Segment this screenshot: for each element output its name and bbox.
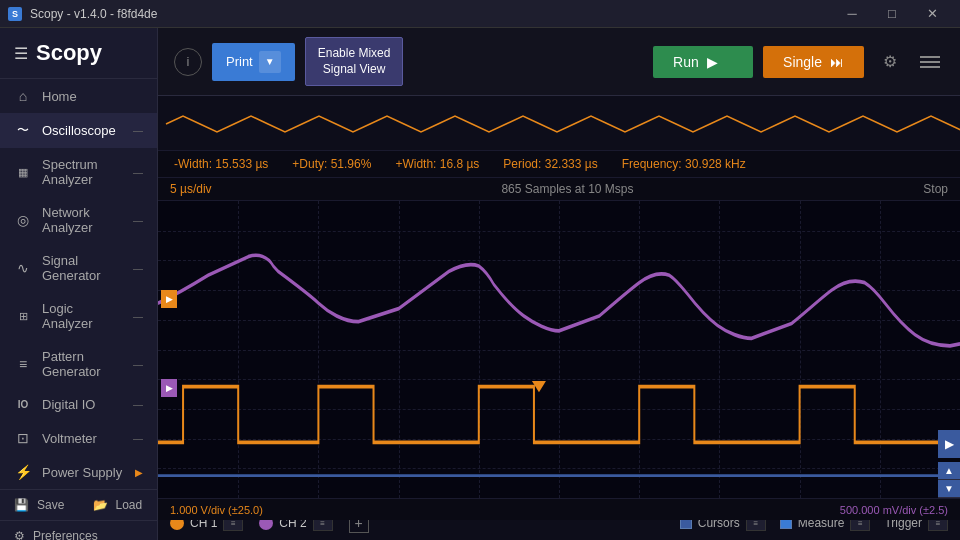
load-button[interactable]: 📂 Load: [79, 490, 158, 520]
network-icon: ◎: [14, 212, 32, 228]
sidebar-item-network[interactable]: ◎ Network Analyzer —: [0, 196, 157, 244]
logo-text: Scopy: [36, 40, 102, 66]
sidebar-item-logic[interactable]: ⊞ Logic Analyzer —: [0, 292, 157, 340]
sidebar-logo: ☰ Scopy: [0, 28, 157, 79]
main-area: i Print ▼ Enable MixedSignal View Run ▶ …: [158, 28, 960, 540]
digital-io-icon: IO: [14, 399, 32, 410]
info-icon: i: [187, 54, 190, 69]
single-label: Single: [783, 54, 822, 70]
measurements-bar: -Width: 15.533 µs +Duty: 51.96% +Width: …: [158, 151, 960, 178]
sidebar-item-home[interactable]: ⌂ Home: [0, 79, 157, 113]
oscilloscope-icon: 〜: [14, 122, 32, 139]
overview-signal-svg: [158, 96, 960, 150]
voltmeter-icon: ⊡: [14, 430, 32, 446]
sidebar-bottom: 💾 Save 📂 Load ⚙ Preferences About AD: [0, 489, 157, 540]
settings-button[interactable]: ⚙: [874, 46, 906, 78]
ch1-signal: [158, 387, 960, 443]
ch2-nav-button[interactable]: ▶: [161, 379, 177, 397]
signal-display: 5 µs/div 865 Samples at 10 Msps Stop: [158, 178, 960, 505]
close-button[interactable]: ✕: [912, 0, 952, 28]
print-dropdown-icon: ▼: [259, 51, 281, 73]
maximize-button[interactable]: □: [872, 0, 912, 28]
sidebar-extra-network: —: [133, 215, 143, 226]
run-label: Run: [673, 54, 699, 70]
neg-width-item: -Width: 15.533 µs: [174, 157, 268, 171]
expand-button[interactable]: ▶: [938, 430, 960, 458]
pos-duty-value: 51.96%: [331, 157, 372, 171]
minimize-button[interactable]: ─: [832, 0, 872, 28]
pos-duty-label: +Duty:: [292, 157, 327, 171]
app-icon: S: [8, 7, 22, 21]
ch2-nav: ▶: [158, 379, 180, 397]
ch1-scale: 1.000 V/div (±25.0): [170, 504, 263, 516]
scale-bar: 1.000 V/div (±25.0) 500.000 mV/div (±2.5…: [158, 498, 960, 520]
single-icon: ⏭: [830, 54, 844, 70]
ch2-signal: [158, 255, 960, 346]
print-button[interactable]: Print ▼: [212, 43, 295, 81]
neg-width-value: 15.533 µs: [215, 157, 268, 171]
stop-label: Stop: [923, 182, 948, 196]
ch2-scale: 500.000 mV/div (±2.5): [840, 504, 948, 516]
sidebar-label-pattern: Pattern Generator: [42, 349, 123, 379]
toolbar: i Print ▼ Enable MixedSignal View Run ▶ …: [158, 28, 960, 96]
sidebar-item-oscilloscope[interactable]: 〜 Oscilloscope —: [0, 113, 157, 148]
save-button[interactable]: 💾 Save: [0, 490, 79, 520]
frequency-value: 30.928 kHz: [685, 157, 746, 171]
save-label: Save: [37, 498, 64, 512]
sidebar-label-home: Home: [42, 89, 143, 104]
sidebar-item-power-supply[interactable]: ⚡ Power Supply ▶: [0, 455, 157, 489]
ch1-nav: ▶: [158, 290, 180, 308]
period-label: Period:: [503, 157, 541, 171]
titlebar-left: S Scopy - v1.4.0 - f8fd4de: [8, 7, 157, 21]
signal-header: 5 µs/div 865 Samples at 10 Msps Stop: [158, 178, 960, 201]
run-icon: ▶: [707, 54, 718, 70]
info-button[interactable]: i: [174, 48, 202, 76]
oscilloscope-area: ▶ ▶ ▲ ▼ ▶: [158, 201, 960, 498]
expand-icon: ▶: [945, 437, 954, 451]
sidebar: ☰ Scopy ⌂ Home 〜 Oscilloscope — ▦ Spectr…: [0, 28, 158, 540]
frequency-item: Frequency: 30.928 kHz: [622, 157, 746, 171]
logic-icon: ⊞: [14, 310, 32, 323]
pos-duty-item: +Duty: 51.96%: [292, 157, 371, 171]
signal-overview: [158, 96, 960, 151]
menu-line-1: [920, 56, 940, 58]
sidebar-item-digital-io[interactable]: IO Digital IO —: [0, 388, 157, 421]
save-icon: 💾: [14, 498, 29, 512]
preferences-button[interactable]: ⚙ Preferences: [0, 521, 157, 540]
scroll-up-button[interactable]: ▲: [938, 462, 960, 480]
titlebar-controls: ─ □ ✕: [832, 0, 952, 28]
hamburger-icon[interactable]: ☰: [14, 44, 28, 63]
print-label: Print: [226, 54, 253, 69]
menu-line-3: [920, 66, 940, 68]
signal-svg: [158, 201, 960, 498]
sidebar-extra-voltmeter: —: [133, 433, 143, 444]
run-button[interactable]: Run ▶: [653, 46, 753, 78]
sidebar-item-voltmeter[interactable]: ⊡ Voltmeter —: [0, 421, 157, 455]
sidebar-item-pattern[interactable]: ≡ Pattern Generator —: [0, 340, 157, 388]
menu-line-2: [920, 61, 940, 63]
ch1-nav-button[interactable]: ▶: [161, 290, 177, 308]
spectrum-icon: ▦: [14, 166, 32, 179]
mixed-signal-button[interactable]: Enable MixedSignal View: [305, 37, 404, 86]
titlebar: S Scopy - v1.4.0 - f8fd4de ─ □ ✕: [0, 0, 960, 28]
menu-button[interactable]: [916, 52, 944, 72]
sidebar-extra-digital-io: —: [133, 399, 143, 410]
single-button[interactable]: Single ⏭: [763, 46, 864, 78]
sidebar-item-spectrum[interactable]: ▦ Spectrum Analyzer —: [0, 148, 157, 196]
sidebar-extra-logic: —: [133, 311, 143, 322]
load-icon: 📂: [93, 498, 108, 512]
sidebar-label-digital-io: Digital IO: [42, 397, 123, 412]
scroll-down-button[interactable]: ▼: [938, 480, 960, 498]
preferences-label: Preferences: [33, 529, 98, 540]
period-value: 32.333 µs: [545, 157, 598, 171]
neg-width-label: -Width:: [174, 157, 212, 171]
save-load-row: 💾 Save 📂 Load: [0, 490, 157, 521]
samples-info: 865 Samples at 10 Msps: [501, 182, 633, 196]
bottom-nav: ▲ ▼: [938, 462, 960, 498]
load-label: Load: [116, 498, 143, 512]
sidebar-label-signal-gen: Signal Generator: [42, 253, 123, 283]
sidebar-item-signal-gen[interactable]: ∿ Signal Generator —: [0, 244, 157, 292]
home-icon: ⌂: [14, 88, 32, 104]
sidebar-extra-oscilloscope: —: [133, 125, 143, 136]
sidebar-label-spectrum: Spectrum Analyzer: [42, 157, 123, 187]
